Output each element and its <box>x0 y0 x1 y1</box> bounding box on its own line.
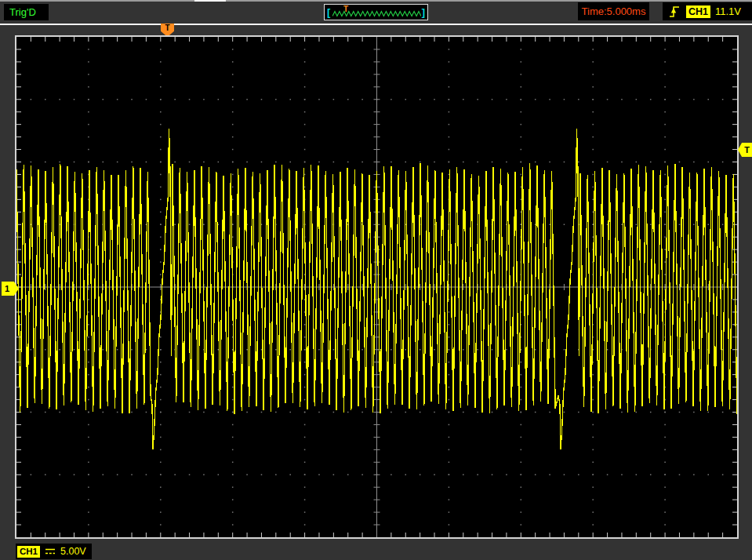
preview-window-right-bracket[interactable]: ] <box>422 6 425 19</box>
timebase-preview[interactable]: [ T ] <box>324 4 428 20</box>
window-top-edge-highlight <box>194 0 226 2</box>
channel1-settings-box[interactable]: CH1 5.00V <box>16 544 92 559</box>
trigger-status-box: Trig'D <box>4 4 49 20</box>
ch1-trace <box>16 37 737 537</box>
trigger-level-marker[interactable]: T <box>738 143 752 157</box>
rising-edge-trigger-icon <box>669 5 681 19</box>
preview-window-left-bracket[interactable]: [ <box>327 6 330 19</box>
channel1-zero-marker-label: 1 <box>5 284 9 293</box>
trigger-level-marker-label: T <box>744 145 750 155</box>
trigger-status-label: Trig'D <box>9 6 36 18</box>
window-top-edge <box>0 0 752 2</box>
scope-screen <box>15 35 739 539</box>
timebase-readout: Time:5.000ms <box>582 5 646 17</box>
separator-line <box>0 24 752 25</box>
channel1-badge[interactable]: CH1 <box>17 546 40 558</box>
timebase-readout-box: Time:5.000ms <box>578 2 649 20</box>
dc-coupling-icon <box>44 547 56 555</box>
trigger-source-badge[interactable]: CH1 <box>686 5 710 18</box>
oscilloscope-app: Trig'D [ T ] Time:5.000ms CH1 11.1V T 1 … <box>0 0 752 560</box>
trigger-level-readout: 11.1V <box>715 5 741 17</box>
trigger-info-box: CH1 11.1V <box>663 2 752 20</box>
preview-trigger-marker[interactable]: T <box>343 5 348 13</box>
volts-per-div-readout: 5.00V <box>60 546 86 557</box>
